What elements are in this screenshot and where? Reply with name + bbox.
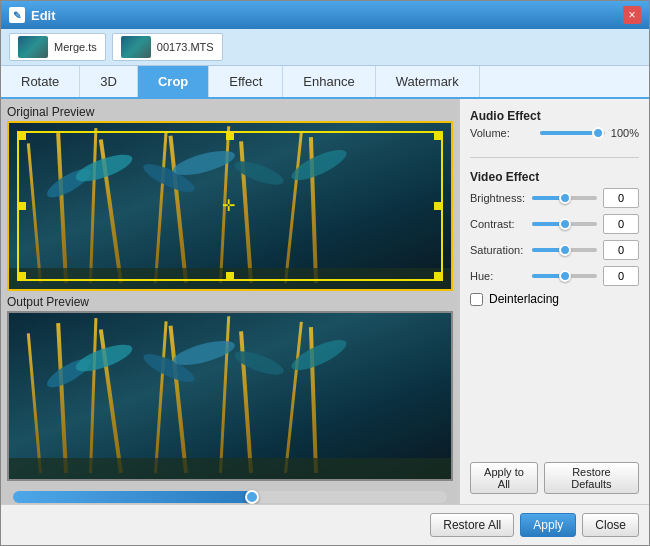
contrast-input[interactable] — [603, 214, 639, 234]
deinterlacing-label: Deinterlacing — [489, 292, 559, 306]
crop-center-marker: ✛ — [222, 198, 238, 214]
brightness-slider[interactable] — [532, 196, 597, 200]
contrast-row: Contrast: — [470, 214, 639, 234]
deinterlacing-row: Deinterlacing — [470, 292, 639, 306]
volume-slider-wide[interactable] — [540, 131, 604, 135]
divider-1 — [470, 157, 639, 158]
saturation-slider[interactable] — [532, 248, 597, 252]
hue-input[interactable] — [603, 266, 639, 286]
apply-button[interactable]: Apply — [520, 513, 576, 537]
close-button-bottom[interactable]: Close — [582, 513, 639, 537]
timeline-handle[interactable] — [245, 490, 259, 504]
title-bar: ✎ Edit × — [1, 1, 649, 29]
tab-crop[interactable]: Crop — [138, 66, 209, 97]
bottom-buttons: Restore All Apply Close — [1, 504, 649, 545]
output-video-svg — [9, 313, 451, 479]
file-name-merge: Merge.ts — [54, 41, 97, 53]
tab-effect[interactable]: Effect — [209, 66, 283, 97]
hue-row: Hue: — [470, 266, 639, 286]
volume-slider-fill-wide — [540, 131, 598, 135]
brightness-row: Brightness: — [470, 188, 639, 208]
output-preview-label: Output Preview — [7, 295, 453, 309]
output-preview-video — [7, 311, 453, 481]
restore-defaults-button[interactable]: Restore Defaults — [544, 462, 639, 494]
deinterlacing-checkbox[interactable] — [470, 293, 483, 306]
panel-bottom-buttons: Apply to All Restore Defaults — [470, 454, 639, 494]
main-area: Original Preview — [1, 99, 649, 504]
saturation-label: Saturation: — [470, 244, 526, 256]
svg-rect-17 — [9, 268, 451, 289]
video-effect-title: Video Effect — [470, 170, 639, 184]
contrast-slider[interactable] — [532, 222, 597, 226]
tab-rotate[interactable]: Rotate — [1, 66, 80, 97]
apply-to-all-button[interactable]: Apply to All — [470, 462, 538, 494]
file-thumb-mts — [121, 36, 151, 58]
brightness-handle[interactable] — [559, 192, 571, 204]
preview-area: Original Preview — [1, 99, 459, 504]
close-button[interactable]: × — [623, 6, 641, 24]
tab-bar: Rotate 3D Crop Effect Enhance Watermark — [1, 66, 649, 99]
file-thumb-merge — [18, 36, 48, 58]
saturation-row: Saturation: — [470, 240, 639, 260]
file-name-mts: 00173.MTS — [157, 41, 214, 53]
original-preview-section: Original Preview — [7, 105, 453, 291]
timeline-bar[interactable] — [13, 491, 447, 503]
saturation-handle[interactable] — [559, 244, 571, 256]
svg-rect-18 — [9, 313, 451, 479]
original-preview-video: ✛ — [7, 121, 453, 291]
volume-label: Volume: — [470, 127, 534, 139]
file-bar: Merge.ts 00173.MTS — [1, 29, 649, 66]
brightness-input[interactable] — [603, 188, 639, 208]
audio-effect-section: Audio Effect Volume: 100% — [470, 109, 639, 145]
app-icon: ✎ — [9, 7, 25, 23]
contrast-handle[interactable] — [559, 218, 571, 230]
tab-watermark[interactable]: Watermark — [376, 66, 480, 97]
edit-window: ✎ Edit × Merge.ts 00173.MTS Rotate 3D Cr… — [0, 0, 650, 546]
window-title: Edit — [31, 8, 623, 23]
output-preview-section: Output Preview — [7, 295, 453, 481]
hue-slider[interactable] — [532, 274, 597, 278]
restore-all-button[interactable]: Restore All — [430, 513, 514, 537]
hue-handle[interactable] — [559, 270, 571, 282]
svg-rect-35 — [9, 458, 451, 479]
saturation-input[interactable] — [603, 240, 639, 260]
hue-label: Hue: — [470, 270, 526, 282]
file-item-merge[interactable]: Merge.ts — [9, 33, 106, 61]
tab-enhance[interactable]: Enhance — [283, 66, 375, 97]
video-effect-section: Video Effect Brightness: Contrast: — [470, 170, 639, 306]
brightness-label: Brightness: — [470, 192, 526, 204]
file-item-mts[interactable]: 00173.MTS — [112, 33, 223, 61]
original-preview-label: Original Preview — [7, 105, 453, 119]
contrast-label: Contrast: — [470, 218, 526, 230]
tab-3d[interactable]: 3D — [80, 66, 138, 97]
volume-pct: 100% — [611, 127, 639, 139]
audio-effect-title: Audio Effect — [470, 109, 639, 123]
timeline-container — [7, 485, 453, 504]
timeline-progress — [13, 491, 252, 503]
output-video-content — [9, 313, 451, 479]
volume-slider-handle-wide[interactable] — [592, 127, 604, 139]
volume-row: Volume: 100% — [470, 127, 639, 139]
right-panel: Audio Effect Volume: 100% Video Effect B… — [459, 99, 649, 504]
